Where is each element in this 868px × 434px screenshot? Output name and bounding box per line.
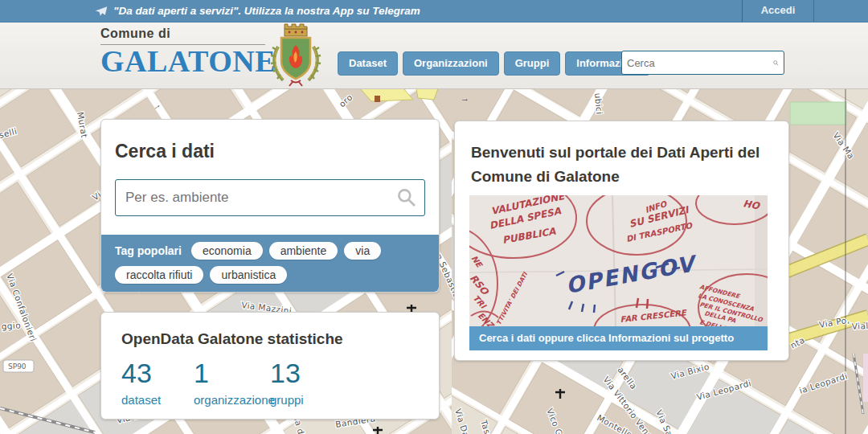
tag-raccolta-rifiuti[interactable]: raccolta rifiuti [115,266,203,284]
search-panel-title: Cerca i dati [115,141,439,162]
site-header: Comune di GALATONE [0,22,868,89]
portal-page: "Da dati aperti a servizi". Utilizza la … [0,0,868,434]
photo-caption: Cerca i dati oppure clicca Informazioni … [469,326,768,350]
map-street-label: SP90 [8,362,27,371]
search-icon[interactable] [773,57,779,69]
stats-row: 43 dataset 1 organizzazione 13 gruppi [121,358,439,407]
tag-ambiente[interactable]: ambiente [269,242,338,260]
header-search-box [621,51,784,75]
popular-tags-label: Tag popolari [115,244,182,257]
search-panel: Cerca i dati Tag popolari economia ambie… [100,119,440,293]
dataset-search-input[interactable] [116,190,397,206]
site-logo[interactable]: Comune di GALATONE [100,27,273,77]
welcome-panel: Benvenuti sul portale dei Dati Aperti de… [454,121,789,361]
stat-organizzazione-label[interactable]: organizzazione [194,393,270,407]
nav-gruppi-button[interactable]: Gruppi [504,51,561,76]
stat-gruppi: 13 gruppi [270,358,304,407]
map-park [790,102,846,125]
main-nav: Dataset Organizzazioni Gruppi Informazio… [338,51,650,76]
brand-large-text: GALATONE [100,45,273,77]
telegram-plane-icon [95,6,108,17]
map-street-label: ubici [593,92,604,115]
stats-panel: OpenData Galatone statistiche 43 dataset… [100,312,440,420]
tag-economia[interactable]: economia [191,242,263,260]
stat-organizzazione: 1 organizzazione [194,358,270,407]
opengov-photo: VALUTAZIONEDELLA SPESAPUBBLICAINFOSU SER… [469,195,768,326]
map-street-label: ggio [1,320,21,331]
welcome-title: Benvenuti sul portale dei Dati Aperti de… [471,141,772,189]
stat-gruppi-label[interactable]: gruppi [270,393,304,407]
login-button[interactable]: Accedi [742,0,814,22]
nav-organizzazioni-button[interactable]: Organizzazioni [403,51,499,76]
telegram-banner-link[interactable]: "Da dati aperti a servizi". Utilizza la … [95,0,420,22]
tag-via[interactable]: via [344,242,381,260]
header-search-input[interactable] [622,57,773,69]
search-icon[interactable] [397,188,416,207]
stat-dataset-value: 43 [121,358,194,388]
map-street-label: → [461,93,469,103]
stat-dataset-label[interactable]: dataset [121,393,194,407]
telegram-banner-text: "Da dati aperti a servizi". Utilizza la … [113,1,420,22]
popular-tags-bar: Tag popolari economia ambiente via racco… [101,235,439,292]
coat-of-arms-icon [270,23,321,92]
stats-panel-title: OpenData Galatone statistiche [121,330,439,348]
tag-urbanistica[interactable]: urbanistica [210,266,287,284]
nav-dataset-button[interactable]: Dataset [338,51,398,76]
stat-dataset: 43 dataset [121,358,194,407]
brand-small-text: Comune di [100,27,265,45]
top-bar: "Da dati aperti a servizi". Utilizza la … [0,0,868,23]
stat-gruppi-value: 13 [270,358,304,388]
dataset-search-box [115,179,425,216]
stat-organizzazione-value: 1 [194,358,270,388]
map-street-label: Viale [851,321,868,331]
